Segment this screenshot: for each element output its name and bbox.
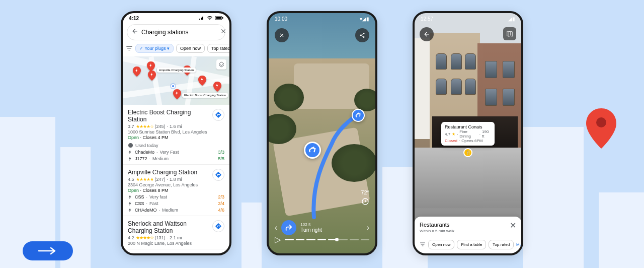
filter-icon[interactable] — [420, 239, 426, 249]
route-turn-marker — [304, 142, 321, 159]
directions-button[interactable] — [212, 169, 224, 181]
status-time: 4:12 — [129, 16, 139, 21]
weather-widget[interactable]: 72° — [361, 189, 369, 207]
history-icon — [128, 143, 133, 148]
station-name: Ampville Charging Station — [128, 169, 224, 176]
map-callout-electric[interactable]: Electric Boost Charging Station — [182, 93, 228, 98]
filter-icon[interactable] — [126, 43, 133, 53]
back-arrow-icon[interactable] — [131, 28, 138, 37]
svg-rect-3 — [222, 17, 223, 19]
directions-button[interactable] — [212, 220, 224, 232]
list-item[interactable]: Electric Boost Charging Station 3.7 ★★★★… — [123, 105, 229, 165]
turn-right-icon — [281, 220, 296, 235]
chevron-left-icon[interactable]: ‹ — [275, 223, 277, 232]
star-rating-icon: ★★★★★ — [136, 177, 153, 182]
chip-top-rated[interactable]: Top-rated — [489, 240, 514, 249]
list-item[interactable]: Ampville Charging Station 4.5 ★★★★★ (247… — [123, 165, 229, 216]
chevron-right-icon[interactable]: › — [367, 223, 369, 232]
bottom-sheet[interactable]: ✕ Restaurants Within a 5 min walk Open n… — [415, 217, 521, 253]
status-bar: 12:57 ◢▮ — [415, 13, 521, 25]
svg-rect-2 — [216, 17, 221, 19]
status-icons — [198, 16, 223, 21]
time-slider-icon[interactable] — [361, 197, 369, 206]
search-input[interactable] — [141, 29, 217, 36]
star-rating-icon: ★★★★☆ — [136, 124, 153, 129]
close-icon[interactable]: ✕ — [508, 221, 517, 230]
sheet-title: Restaurants — [420, 222, 516, 228]
play-icon[interactable]: ▷ — [275, 235, 281, 244]
share-button[interactable] — [355, 28, 369, 42]
chip-your-plugs[interactable]: Your plugs ▾ — [135, 44, 174, 53]
map-layers-button[interactable] — [216, 59, 226, 70]
poi-info-card[interactable]: Restaurant Conais 4.7★ · Fine Dining · 1… — [441, 122, 495, 146]
directions-button[interactable] — [212, 109, 224, 121]
map-callout-ampville[interactable]: Ampville Charging Station — [157, 68, 196, 73]
map-view[interactable]: Ampville Charging Station Electric Boost… — [123, 56, 229, 105]
bolt-icon — [128, 208, 133, 213]
phone-lens-search: 12:57 ◢▮ Restaurant Conais 4.7★ · Fine D… — [413, 11, 523, 255]
status-bar: 10:00 ▾◢▮ — [269, 13, 375, 25]
poi-marker-icon[interactable]: 🍴 — [463, 148, 472, 157]
back-button[interactable] — [420, 27, 434, 41]
map-toggle-button[interactable] — [503, 27, 516, 40]
status-icons: ◢▮ — [508, 16, 515, 22]
close-button[interactable] — [275, 28, 289, 42]
bolt-icon — [128, 150, 133, 155]
mic-icon[interactable] — [230, 28, 231, 37]
immersive-3d-view[interactable] — [269, 13, 375, 253]
star-rating-icon: ★★★★☆ — [136, 235, 153, 240]
route-turn-marker — [352, 109, 365, 122]
phone-charging-stations: 4:12 Your plugs ▾ Open now Top rated Amp… — [121, 11, 231, 255]
current-location-dot — [171, 84, 175, 88]
station-name: Sherlock and Wattson Charging Station — [128, 220, 224, 234]
direction-bar: ‹ 102 ft Turn right › — [275, 220, 369, 235]
phone-immersive-nav: 10:00 ▾◢▮ 72° ‹ 102 ft Turn right › ▷ — [267, 11, 377, 255]
status-bar: 4:12 — [123, 13, 229, 22]
chip-open-now[interactable]: Open now — [428, 240, 454, 249]
chip-top-rated[interactable]: Top rated — [207, 44, 231, 53]
wifi-icon — [207, 16, 213, 20]
station-name: Electric Boost Charging Station — [128, 109, 224, 123]
signal-icon — [199, 16, 204, 20]
list-item[interactable]: Sherlock and Wattson Charging Station 4.… — [123, 216, 229, 249]
status-time: 10:00 — [275, 16, 287, 22]
chip-find-table[interactable]: Find a table — [457, 240, 486, 249]
more-link[interactable]: More — [516, 242, 523, 247]
filter-row: Your plugs ▾ Open now Top rated — [123, 43, 229, 56]
chip-open-now[interactable]: Open now — [176, 44, 205, 53]
bolt-icon — [128, 194, 133, 199]
bolt-icon — [128, 156, 133, 161]
star-icon: ★ — [452, 132, 455, 137]
status-time: 12:57 — [421, 16, 433, 22]
battery-icon — [215, 16, 223, 20]
bolt-icon — [128, 201, 133, 206]
search-bar[interactable] — [127, 24, 225, 40]
clear-icon[interactable] — [220, 28, 227, 37]
sheet-subtitle: Within a 5 min walk — [420, 229, 516, 233]
status-icons: ▾◢▮ — [360, 16, 369, 22]
progress-bar[interactable]: ▷ — [275, 235, 369, 244]
results-list[interactable]: Electric Boost Charging Station 3.7 ★★★★… — [123, 105, 229, 255]
